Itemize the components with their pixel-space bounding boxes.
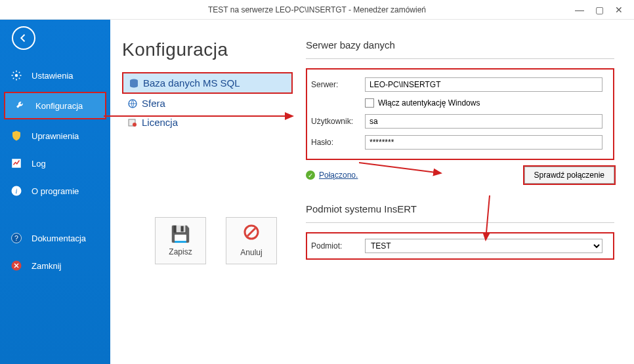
gear-icon — [9, 68, 24, 83]
titlebar: TEST na serwerze LEO-PC\INSERTGT - Mened… — [0, 0, 634, 20]
subnav-item-database[interactable]: Baza danych MS SQL — [122, 72, 293, 94]
sidebar-item-about[interactable]: i O programie — [0, 177, 110, 205]
shield-icon — [9, 129, 24, 143]
cancel-label: Anuluj — [240, 248, 262, 257]
window-title: TEST na serwerze LEO-PC\INSERTGT - Mened… — [208, 5, 426, 14]
server-label: Serwer: — [311, 80, 365, 89]
entity-select[interactable]: TEST — [365, 239, 602, 253]
save-button[interactable]: 💾 Zapisz — [155, 217, 206, 264]
db-section-title: Serwer bazy danych — [306, 39, 614, 51]
subnav: Baza danych MS SQL Sfera Licencja — [122, 72, 293, 132]
winauth-label: Włącz autentykację Windows — [378, 98, 480, 108]
back-button[interactable] — [12, 26, 35, 50]
connection-status: Połączono. — [319, 171, 358, 180]
sidebar-item-label: Dokumentacja — [32, 233, 86, 243]
entity-section-title: Podmiot systemu InsERT — [306, 203, 614, 214]
svg-point-10 — [133, 123, 137, 127]
database-icon — [129, 78, 139, 89]
check-ok-icon: ✓ — [306, 171, 315, 180]
wrench-icon — [13, 98, 28, 113]
cancel-button[interactable]: Anuluj — [226, 217, 277, 264]
sidebar-item-uprawnienia[interactable]: Uprawnienia — [0, 122, 110, 150]
save-label: Zapisz — [169, 247, 192, 256]
sidebar-item-label: Log — [32, 159, 46, 169]
maximize-button[interactable]: ▢ — [589, 0, 609, 20]
svg-line-12 — [247, 228, 255, 236]
sidebar-item-log[interactable]: Log — [0, 150, 110, 177]
svg-point-0 — [15, 74, 18, 77]
sidebar-item-label: Uprawnienia — [32, 131, 79, 141]
close-circle-icon — [9, 258, 24, 273]
sidebar-item-label: O programie — [32, 186, 79, 196]
user-label: Użytkownik: — [311, 117, 365, 126]
server-input[interactable] — [365, 77, 602, 92]
close-button[interactable]: ✕ — [609, 0, 629, 20]
subnav-item-label: Sfera — [142, 98, 165, 109]
winauth-checkbox[interactable] — [365, 98, 374, 108]
subnav-item-label: Licencja — [142, 117, 178, 128]
sidebar-item-label: Zamknij — [32, 261, 62, 271]
user-input[interactable] — [365, 114, 602, 129]
entity-fieldset: Podmiot: TEST — [306, 232, 614, 260]
svg-text:?: ? — [14, 234, 18, 242]
subnav-item-label: Baza danych MS SQL — [143, 77, 240, 89]
globe-icon — [127, 98, 138, 109]
info-icon: i — [9, 184, 24, 198]
sidebar-item-label: Konfiguracja — [35, 101, 83, 111]
sidebar-item-close[interactable]: Zamknij — [0, 252, 110, 279]
sidebar-item-label: Ustawienia — [32, 71, 74, 81]
db-fieldset: Serwer: Włącz autentykację Windows Użytk… — [306, 68, 614, 160]
sidebar-item-konfiguracja[interactable]: Konfiguracja — [4, 92, 106, 119]
subnav-item-licencja[interactable]: Licencja — [122, 113, 293, 132]
subnav-item-sfera[interactable]: Sfera — [122, 94, 293, 113]
svg-text:i: i — [16, 188, 18, 195]
minimize-button[interactable]: — — [570, 0, 589, 20]
pass-label: Hasło: — [311, 138, 365, 147]
pass-input[interactable] — [365, 135, 602, 150]
separator — [306, 58, 614, 59]
arrow-left-icon — [18, 32, 30, 44]
cancel-icon — [243, 224, 259, 244]
help-icon: ? — [9, 231, 24, 245]
sidebar-item-docs[interactable]: ? Dokumentacja — [0, 224, 110, 252]
license-icon — [127, 117, 138, 128]
chart-icon — [9, 156, 24, 171]
sidebar: Ustawienia Konfiguracja Uprawnienia Log … — [0, 20, 110, 364]
sidebar-item-ustawienia[interactable]: Ustawienia — [0, 62, 110, 89]
save-icon: 💾 — [171, 225, 190, 243]
page-title: Konfiguracja — [122, 39, 293, 60]
check-connection-button[interactable]: Sprawdź połączenie — [524, 167, 614, 184]
entity-label: Podmiot: — [311, 241, 365, 251]
separator — [306, 222, 614, 223]
